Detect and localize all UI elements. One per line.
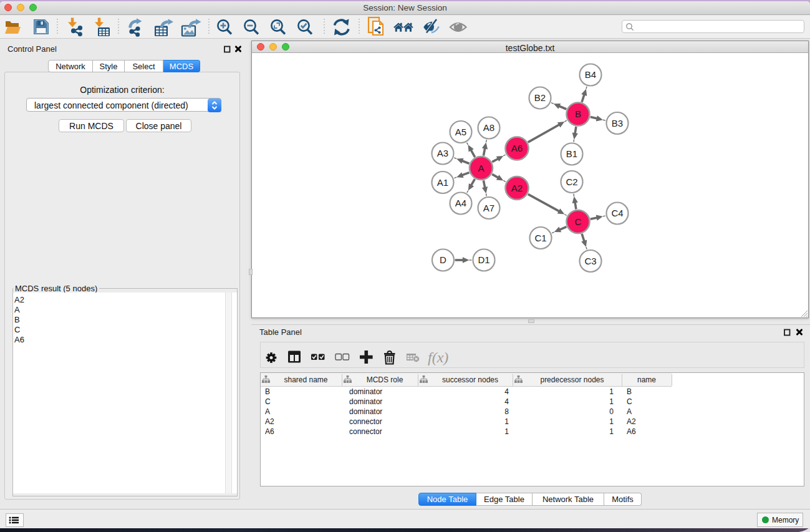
svg-text:D: D xyxy=(440,254,446,265)
svg-text:C: C xyxy=(575,216,582,227)
svg-text:C2: C2 xyxy=(566,177,577,187)
svg-text:A8: A8 xyxy=(483,122,494,133)
svg-text:A4: A4 xyxy=(455,198,466,208)
svg-text:A: A xyxy=(478,163,484,173)
svg-text:B4: B4 xyxy=(585,69,596,80)
svg-text:A6: A6 xyxy=(511,143,523,153)
svg-text:C4: C4 xyxy=(611,208,623,218)
svg-text:A3: A3 xyxy=(437,148,448,158)
svg-text:B2: B2 xyxy=(534,92,546,103)
svg-text:B: B xyxy=(575,109,581,119)
svg-text:A1: A1 xyxy=(437,177,448,188)
svg-text:C3: C3 xyxy=(584,256,596,266)
svg-text:D1: D1 xyxy=(478,254,489,265)
svg-text:f(x): f(x) xyxy=(428,349,448,365)
svg-text:B1: B1 xyxy=(566,148,577,159)
svg-text:A5: A5 xyxy=(455,127,466,137)
svg-text:A2: A2 xyxy=(511,183,523,193)
svg-text:A7: A7 xyxy=(483,203,494,213)
svg-text:B3: B3 xyxy=(612,118,623,128)
svg-text:C1: C1 xyxy=(534,233,546,243)
